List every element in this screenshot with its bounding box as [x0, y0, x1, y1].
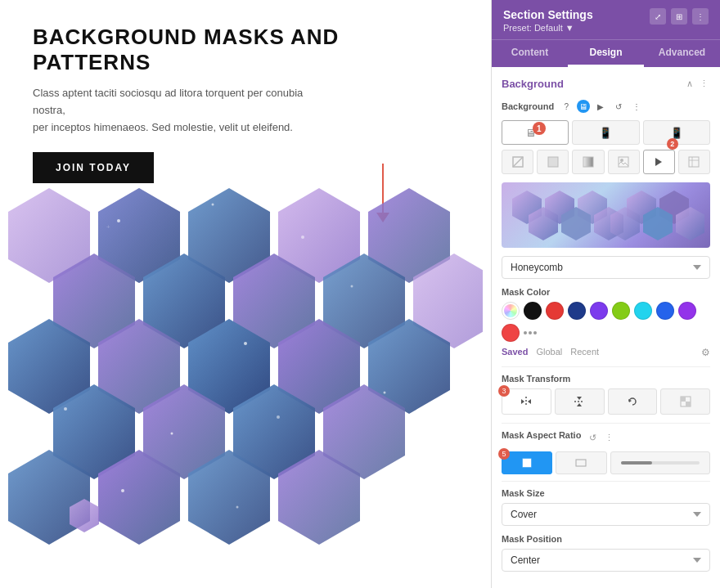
panel-body: Background ∧ ⋮ Background ? 🖥 ▶ ↺ ⋮ 🖥 1: [492, 67, 720, 588]
tab-advanced[interactable]: Advanced: [644, 40, 720, 67]
flip-h-btn[interactable]: 3: [502, 388, 551, 415]
image-type-btn[interactable]: [608, 150, 640, 174]
section-title: Background: [502, 78, 564, 90]
svg-point-39: [236, 506, 239, 509]
tab-design[interactable]: Design: [568, 40, 644, 67]
aspect-square-btn[interactable]: 5: [502, 451, 552, 474]
honeycomb-dropdown[interactable]: Honeycomb Circles Triangles Diamonds: [502, 256, 710, 279]
svg-rect-42: [548, 157, 558, 167]
grid-icon[interactable]: ⊞: [671, 8, 687, 25]
mask-size-dropdown[interactable]: Cover Contain Auto: [502, 503, 710, 526]
svg-point-31: [138, 302, 141, 304]
svg-point-30: [301, 236, 304, 239]
badge-2: 2: [667, 138, 678, 150]
svg-rect-67: [681, 397, 686, 402]
color-settings-icon[interactable]: ⚙: [701, 347, 710, 358]
mask-transform-label: Mask Transform: [502, 374, 710, 384]
color-tabs: Saved Global Recent ⚙: [502, 347, 710, 358]
svg-rect-43: [583, 157, 593, 167]
badge-5: 5: [498, 448, 510, 460]
panel-header: Section Settings Preset: Default ▼ ⤢ ⊞ ⋮: [492, 0, 720, 39]
panel-title: Section Settings: [503, 8, 593, 21]
svg-point-33: [351, 285, 353, 288]
desktop-device-btn[interactable]: 🖥 1: [502, 120, 569, 145]
device-buttons: 🖥 1 📱 📱: [502, 120, 710, 145]
svg-rect-47: [689, 157, 699, 167]
section-controls: ∧ ⋮: [685, 77, 710, 91]
badge-1: 1: [533, 122, 546, 135]
saved-tab[interactable]: Saved: [502, 347, 528, 358]
more-prop-icon[interactable]: ⋮: [629, 99, 644, 114]
tab-bar: Content Design Advanced: [492, 39, 720, 67]
mask-size-label: Mask Size: [502, 488, 710, 498]
color-swatch-red[interactable]: [546, 302, 564, 320]
svg-rect-70: [576, 460, 586, 466]
color-swatch-red2[interactable]: [502, 324, 520, 342]
transform-buttons: 3: [502, 388, 710, 415]
svg-rect-68: [686, 402, 691, 406]
invert-btn[interactable]: [660, 388, 710, 415]
none-type-btn[interactable]: [502, 150, 533, 174]
join-button[interactable]: JOIN TODAY: [33, 152, 154, 183]
aspect-ratio-row: Mask Aspect Ratio ↺ ⋮: [502, 430, 710, 445]
color-swatch-darkblue[interactable]: [568, 302, 586, 320]
recent-tab[interactable]: Recent: [570, 347, 599, 358]
color-swatch-cyan[interactable]: [634, 302, 652, 320]
color-swatch-transparent[interactable]: [502, 302, 520, 320]
background-prop-row: Background ? 🖥 ▶ ↺ ⋮: [502, 99, 710, 114]
reset-icon[interactable]: ↺: [611, 99, 626, 114]
honeycomb-dropdown-row: Honeycomb Circles Triangles Diamonds: [502, 256, 710, 279]
color-swatch-blue[interactable]: [656, 302, 674, 320]
svg-line-41: [513, 157, 523, 167]
aspect-landscape-btn[interactable]: [556, 451, 606, 474]
svg-point-36: [277, 415, 280, 419]
more-colors-dots[interactable]: [524, 331, 537, 334]
svg-text:+: +: [106, 223, 110, 231]
type-buttons: 2: [502, 150, 710, 174]
background-label: Background: [502, 101, 554, 111]
panel-preset[interactable]: Preset: Default ▼: [503, 23, 593, 33]
color-swatch-black[interactable]: [524, 302, 542, 320]
tablet-device-btn[interactable]: 📱: [572, 120, 639, 145]
video-type-btn[interactable]: 2: [643, 150, 675, 174]
more-icon[interactable]: ⋮: [692, 8, 709, 25]
mask-position-dropdown-row: Center Top Bottom Left Right: [502, 549, 710, 572]
mask-type-btn[interactable]: [678, 150, 710, 174]
color-swatches: [502, 302, 710, 342]
svg-point-28: [117, 219, 120, 222]
svg-rect-69: [523, 459, 531, 467]
aspect-more-icon[interactable]: ⋮: [605, 433, 614, 443]
more-options-btn[interactable]: ⋮: [698, 77, 710, 91]
svg-marker-61: [528, 399, 531, 404]
rotate-btn[interactable]: [608, 388, 658, 415]
color-swatch-green[interactable]: [612, 302, 630, 320]
aspect-reset-icon[interactable]: ↺: [589, 433, 596, 443]
desktop-active-icon[interactable]: 🖥: [577, 100, 590, 113]
page-subtitle: Class aptent taciti sociosqu ad litora t…: [33, 85, 327, 136]
svg-point-34: [64, 407, 67, 411]
svg-point-32: [244, 342, 247, 345]
background-section-header: Background ∧ ⋮: [502, 77, 710, 91]
help-icon[interactable]: ?: [559, 99, 574, 114]
svg-point-37: [384, 392, 386, 394]
svg-marker-46: [655, 158, 662, 166]
mask-position-label: Mask Position: [502, 534, 710, 544]
flip-v-btn[interactable]: [555, 388, 605, 415]
collapse-btn[interactable]: ∧: [685, 77, 695, 91]
color-swatch-purple[interactable]: [590, 302, 608, 320]
aspect-ratio-controls: 5: [502, 451, 710, 474]
global-tab[interactable]: Global: [536, 347, 562, 358]
gradient-type-btn[interactable]: [572, 150, 604, 174]
mask-size-dropdown-row: Cover Contain Auto: [502, 503, 710, 526]
solid-type-btn[interactable]: [537, 150, 569, 174]
arrow-right-icon[interactable]: ▶: [593, 99, 608, 114]
svg-point-38: [121, 489, 124, 492]
mask-position-dropdown[interactable]: Center Top Bottom Left Right: [502, 549, 710, 572]
color-swatch-violet[interactable]: [678, 302, 696, 320]
expand-icon[interactable]: ⤢: [650, 8, 666, 25]
aspect-slider[interactable]: [610, 451, 711, 474]
divider-3: [502, 481, 710, 482]
tab-content[interactable]: Content: [492, 40, 568, 67]
left-panel: BACKGROUND MASKS AND PATTERNS Class apte…: [0, 0, 491, 588]
mask-preview: [502, 182, 710, 248]
